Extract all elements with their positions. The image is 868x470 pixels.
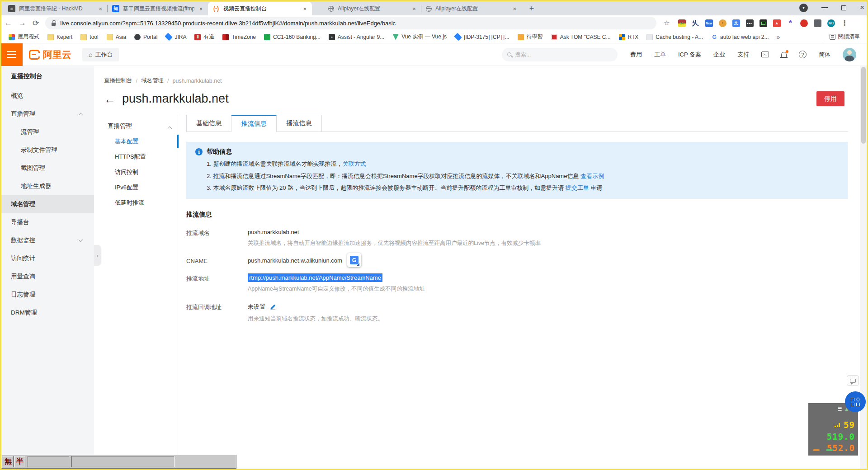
sidebar-item-overview[interactable]: 概览 — [0, 87, 94, 105]
bookmark-jira[interactable]: JIRA — [162, 33, 189, 42]
nav-billing[interactable]: 费用 — [630, 51, 642, 59]
workbench-button[interactable]: ⌂ 工作台 — [82, 48, 119, 61]
breadcrumb-domain-management[interactable]: 域名管理 — [141, 77, 164, 85]
help-link-association[interactable]: 关联方式 — [342, 160, 366, 167]
window-minimize-button[interactable] — [821, 7, 828, 8]
window-restore-button[interactable] — [841, 5, 846, 10]
bookmark-assist-angular[interactable]: ▪Assist - Angular 9... — [326, 33, 387, 42]
extension-new-badge-icon[interactable]: New — [705, 19, 713, 27]
browser-menu-icon[interactable]: ⋮ — [841, 19, 849, 27]
console-search-box[interactable] — [502, 48, 618, 61]
lock-icon[interactable] — [52, 23, 56, 26]
new-tab-button[interactable]: + — [525, 2, 538, 15]
bookmark-rtx[interactable]: RTX — [616, 33, 642, 42]
sidebar-item-access-statistics[interactable]: 访问统计 — [0, 249, 94, 268]
tab-close-icon[interactable]: × — [512, 5, 517, 12]
sidebar-item-director-console[interactable]: 导播台 — [0, 213, 94, 231]
sidebar-item-stream-management[interactable]: 流管理 — [0, 123, 94, 141]
scrollbar-thumb[interactable] — [861, 67, 866, 144]
extension-asterisk-icon[interactable]: * — [787, 19, 794, 27]
bookmark-folder-tool[interactable]: tool — [77, 33, 101, 42]
sidebar-item-data-monitoring[interactable]: 数据监控 — [0, 231, 94, 249]
console-avatar[interactable] — [843, 48, 856, 61]
subnav-item-https-config[interactable]: HTTPS配置 — [104, 149, 178, 164]
sidebar-item-drm-management[interactable]: DRM管理 — [0, 304, 94, 322]
google-translate-popup-icon[interactable]: G — [347, 253, 361, 267]
tab-close-icon[interactable]: × — [98, 5, 103, 12]
bookmark-autofac[interactable]: Gauto fac web api 2... — [708, 33, 772, 42]
nav-ticket[interactable]: 工单 — [654, 51, 666, 59]
sidebar-item-domain-management[interactable]: 域名管理 — [0, 195, 94, 213]
subnav-item-basic-config[interactable]: 基本配置 — [104, 134, 178, 149]
sidebar-item-live-management[interactable]: 直播管理 — [0, 105, 94, 123]
sidebar-item-recording-files[interactable]: 录制文件管理 — [0, 141, 94, 159]
tab-play-info[interactable]: 播流信息 — [277, 115, 322, 132]
bookmark-banking[interactable]: CC1-160 Banking... — [261, 33, 324, 42]
sidebar-item-usage-query[interactable]: 用量查询 — [0, 268, 94, 286]
bookmark-idp-ticket[interactable]: [IDP-3175] [CP] [... — [452, 33, 513, 42]
extensions-puzzle-icon[interactable] — [814, 19, 821, 27]
console-search-input[interactable] — [515, 52, 612, 58]
tab-push-info[interactable]: 推流信息 — [231, 115, 277, 132]
extension-translate-icon[interactable]: 文 — [732, 19, 740, 27]
nav-icp[interactable]: ICP 备案 — [678, 51, 701, 59]
tab-close-icon[interactable]: × — [411, 5, 417, 12]
disable-button[interactable]: 停用 — [816, 91, 844, 106]
back-icon[interactable]: ← — [5, 19, 12, 28]
sidebar-collapse-handle[interactable]: ‹ — [94, 245, 101, 266]
sidebar-item-log-management[interactable]: 日志管理 — [0, 286, 94, 304]
bookmark-asktom[interactable]: Ask TOM "CASE C... — [548, 33, 614, 42]
url-text[interactable]: live.console.aliyun.com/?spm=5176.133294… — [60, 20, 396, 27]
push-url-value-selected[interactable]: rtmp://push.markkulab.net/AppName/Stream… — [248, 273, 382, 282]
window-close-button[interactable]: × — [860, 3, 864, 12]
extension-cookie-icon[interactable]: • — [719, 19, 726, 27]
browser-tab-hackmd[interactable]: ≡ 阿里雲直播筆記 - HackMD × — [4, 2, 108, 15]
bookmark-star-icon[interactable]: ☆ — [664, 19, 670, 27]
hamburger-menu-button[interactable] — [0, 43, 23, 66]
nav-support[interactable]: 支持 — [737, 51, 749, 59]
bookmark-timezone[interactable]: TimeZone — [219, 33, 259, 42]
bookmark-youdao[interactable]: ‖有道 — [191, 32, 217, 42]
back-arrow-icon[interactable]: ← — [104, 93, 116, 105]
bookmark-study[interactable]: 待學習 — [514, 32, 546, 42]
tab-basic-info[interactable]: 基础信息 — [186, 115, 231, 132]
browser-tab-aliplayer-2[interactable]: Aliplayer在线配置 × — [421, 2, 522, 15]
ime-mode-button-halfwidth[interactable]: 半 — [14, 456, 25, 467]
browser-tab-zhihu[interactable]: 知 基于阿里云直播视频推流(ffmpeg × — [108, 2, 208, 15]
help-link-example[interactable]: 查看示例 — [580, 173, 604, 179]
tab-search-icon[interactable]: ▾ — [799, 4, 808, 12]
edit-pencil-icon[interactable] — [270, 303, 277, 310]
extension-lighthouse-icon[interactable]: ▲ — [773, 19, 781, 27]
subnav-item-access-control[interactable]: 访问控制 — [104, 164, 178, 180]
help-link-submit-ticket[interactable]: 提交工单 — [566, 184, 589, 191]
feedback-chat-icon[interactable] — [847, 375, 859, 386]
extension-screenshot-icon[interactable] — [760, 19, 767, 27]
nav-enterprise[interactable]: 企业 — [713, 51, 725, 59]
help-icon[interactable]: ? — [799, 51, 807, 58]
ime-mode-button-off[interactable]: 無 — [3, 456, 14, 467]
subnav-item-ipv6-config[interactable]: IPv6配置 — [104, 180, 178, 195]
bookmark-cache-busting[interactable]: Cache busting - A... — [643, 33, 706, 42]
stats-menu-icon[interactable]: ≡ — [838, 405, 842, 412]
notification-bell-icon[interactable] — [781, 52, 787, 57]
reading-list-button[interactable]: 閱讀清單 — [823, 33, 863, 41]
bookmark-vue[interactable]: Vue 实例 — Vue.js — [389, 32, 450, 42]
extension-ellipsis-icon[interactable]: ••• — [746, 19, 754, 27]
bookmark-apps[interactable]: 應用程式 — [5, 32, 42, 42]
bookmark-folder-kepert[interactable]: Kepert — [44, 33, 75, 42]
bookmark-portal[interactable]: Portal — [131, 33, 160, 42]
bookmarks-overflow-chevron[interactable]: » — [774, 33, 783, 41]
omnibox[interactable]: live.console.aliyun.com/?spm=5176.133294… — [45, 17, 656, 29]
forward-icon[interactable]: → — [19, 19, 26, 28]
sidebar-item-url-generator[interactable]: 地址生成器 — [0, 177, 94, 195]
bookmark-folder-asia[interactable]: Asia — [104, 33, 129, 42]
language-switcher[interactable]: 简体 — [819, 51, 830, 59]
picture-in-picture-overlay-button[interactable] — [845, 391, 866, 412]
aliyun-logo[interactable]: 阿里云 — [29, 48, 71, 61]
sidebar-item-snapshot-management[interactable]: 截图管理 — [0, 159, 94, 177]
extension-calligraphy-icon[interactable]: 乆 — [692, 19, 699, 27]
extension-flag10-icon[interactable]: 10 — [678, 19, 686, 27]
refresh-icon[interactable]: ⟳ — [33, 19, 39, 28]
tab-close-icon[interactable]: × — [198, 5, 203, 12]
browser-profile-avatar[interactable]: Ku — [827, 19, 835, 27]
